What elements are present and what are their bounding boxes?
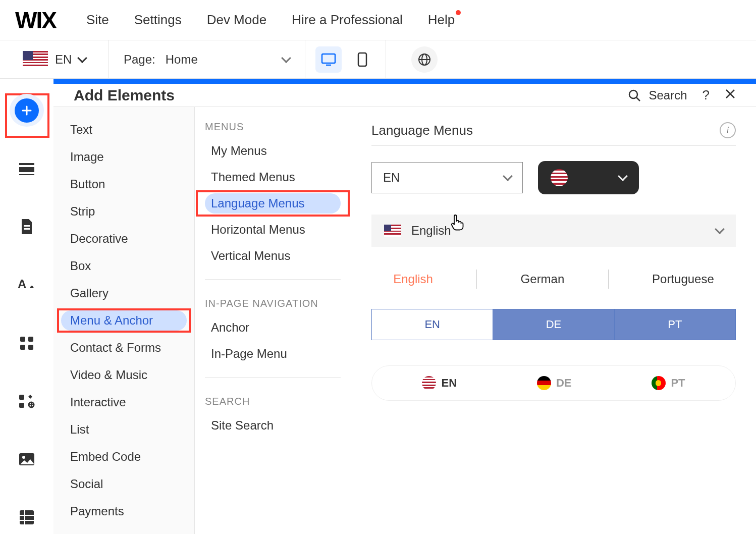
pill-pt-label: PT [671,377,685,390]
chevron-down-icon [77,53,87,63]
subcat-site-search[interactable]: Site Search [205,415,341,436]
add-elements-button[interactable] [10,94,44,127]
subcat-language-menus[interactable]: Language Menus [205,193,341,213]
menu-site[interactable]: Site [86,12,109,28]
subcat-inpage-menu[interactable]: In-Page Menu [205,344,341,364]
rail-sections-button[interactable] [10,152,44,185]
app-market-icon [18,394,35,409]
category-video-music[interactable]: Video & Music [61,365,187,385]
category-contact-forms[interactable]: Contact & Forms [61,338,187,358]
subcat-horizontal-menus[interactable]: Horizontal Menus [205,220,341,240]
svg-point-20 [22,456,25,459]
category-image[interactable]: Image [61,147,187,167]
category-gallery[interactable]: Gallery [61,283,187,303]
category-text[interactable]: Text [61,120,187,140]
divider [205,377,341,378]
plus-icon [21,104,33,117]
category-interactive[interactable]: Interactive [61,392,187,412]
chevron-down-icon [281,53,291,63]
svg-rect-9 [24,225,30,227]
svg-rect-10 [24,228,30,230]
category-strip[interactable]: Strip [61,201,187,222]
us-flag-circle-icon [422,376,436,390]
category-button[interactable]: Button [61,174,187,194]
globe-button[interactable] [411,46,438,73]
page-selector-value: Home [166,52,273,67]
category-box[interactable]: Box [61,256,187,276]
preview-row-1: EN [371,161,736,194]
left-tool-rail: A [0,84,53,534]
annotation-highlight-category: Menu & Anchor [61,310,187,331]
divider [608,270,609,289]
chevron-down-icon [715,224,725,234]
tab-pt: PT [615,309,736,340]
language-menu-preset-dropdown-flag-dark[interactable] [538,161,639,194]
rail-theme-button[interactable]: A [10,269,44,301]
panel-help-button[interactable]: ? [703,87,710,103]
category-decorative[interactable]: Decorative [61,229,187,249]
add-elements-panel: Add Elements Search ? Text Image Button … [53,84,756,534]
svg-rect-13 [28,337,33,342]
rail-app-market-button[interactable] [10,385,44,417]
panel-title: Add Elements [74,87,628,104]
menu-dev-mode[interactable]: Dev Mode [207,12,267,28]
panel-search-button[interactable]: Search [628,88,687,102]
menu-settings[interactable]: Settings [134,12,182,28]
notification-dot-icon [456,10,461,15]
theme-icon: A [18,277,36,292]
subcat-anchor[interactable]: Anchor [205,317,341,338]
category-menu-anchor[interactable]: Menu & Anchor [61,310,187,331]
rail-apps-button[interactable] [10,327,44,359]
cms-icon [19,509,35,525]
language-menu-preset-dropdown-full[interactable]: English [371,215,736,247]
text-row-german: German [521,272,565,286]
subcat-themed-menus[interactable]: Themed Menus [205,167,341,187]
rail-media-button[interactable] [10,443,44,476]
rail-cms-button[interactable] [10,501,44,534]
svg-rect-2 [358,53,366,66]
category-payments[interactable]: Payments [61,501,187,521]
subcat-my-menus[interactable]: My Menus [205,141,341,161]
text-row-portuguese: Portuguese [652,272,714,286]
de-flag-circle-icon [537,376,551,390]
plus-circle [15,98,39,123]
language-menu-preset-tabs[interactable]: EN DE PT [371,309,736,340]
page-selector[interactable]: Page: Home [109,40,305,78]
language-menu-preset-pills[interactable]: EN DE PT [371,365,736,401]
us-flag-circle-icon [551,169,568,186]
menu-help[interactable]: Help [428,12,455,28]
category-embed-code[interactable]: Embed Code [61,447,187,467]
top-menu-bar: WIX Site Settings Dev Mode Hire a Profes… [0,0,756,40]
language-menu-preset-dropdown-text[interactable]: EN [371,162,523,193]
panel-actions: Search ? [628,87,736,103]
mobile-view-button[interactable] [349,46,375,73]
subcat-vertical-menus[interactable]: Vertical Menus [205,246,341,266]
pill-en-label: EN [441,377,457,390]
site-language-selector[interactable]: EN [0,40,109,78]
desktop-view-button[interactable] [315,46,342,73]
subheading-inpage-nav: IN-PAGE NAVIGATION [205,298,341,309]
main-area: A Add Elements Search ? [0,84,756,534]
menu-hire-professional[interactable]: Hire a Professional [292,12,403,28]
panel-search-label: Search [649,88,687,102]
tab-en: EN [371,309,493,340]
us-flag-icon [384,225,401,237]
preview-info-button[interactable]: i [720,122,736,138]
preview-area: Language Menus i EN E [351,107,756,534]
category-social[interactable]: Social [61,474,187,494]
svg-rect-17 [19,403,24,408]
url-bar-area [386,46,756,73]
svg-rect-0 [322,54,335,63]
category-list[interactable]: List [61,419,187,440]
svg-rect-16 [19,395,24,400]
subheading-search: SEARCH [205,396,341,407]
pill-en: EN [422,376,457,390]
tab-de: DE [493,309,614,340]
svg-rect-14 [20,345,25,350]
rail-pages-button[interactable] [10,210,44,243]
preview-title: Language Menus [371,123,473,138]
svg-rect-7 [19,167,34,172]
language-menu-preset-text-row[interactable]: English German Portuguese [371,270,736,289]
panel-close-button[interactable] [725,87,736,103]
mobile-icon [357,52,367,67]
